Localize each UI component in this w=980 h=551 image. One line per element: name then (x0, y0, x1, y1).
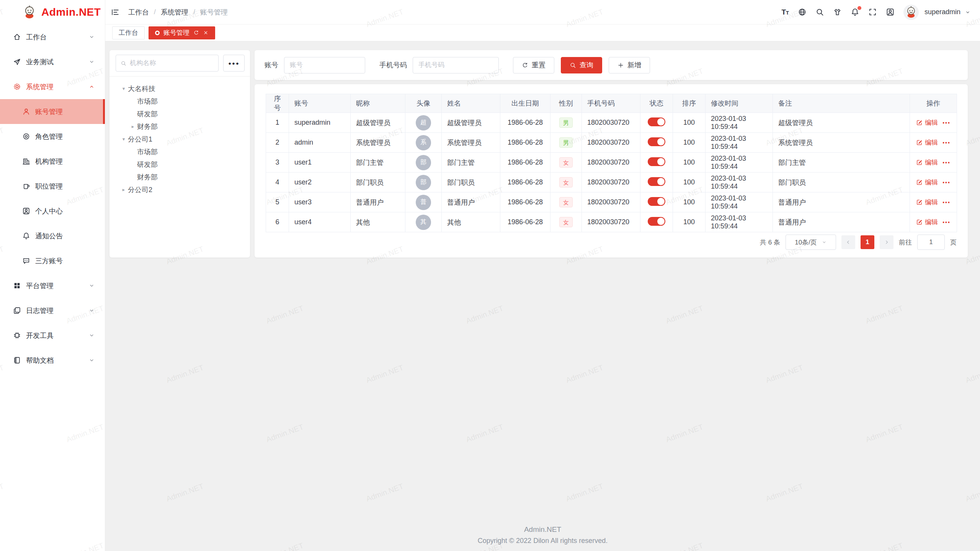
status-toggle[interactable] (648, 217, 665, 226)
cell-account: user2 (289, 173, 351, 192)
edit-button[interactable]: 编辑 (916, 158, 938, 167)
sidebar-item-personal-center[interactable]: 个人中心 (0, 199, 105, 223)
cell-phone: 18020030720 (582, 133, 640, 153)
current-page[interactable]: 1 (861, 235, 874, 249)
sidebar-item-notice[interactable]: 通知公告 (0, 223, 105, 248)
sidebar-item-account-mgmt[interactable]: 账号管理 (0, 99, 105, 124)
sidebar-item-position-mgmt[interactable]: 职位管理 (0, 174, 105, 199)
breadcrumb-item-0[interactable]: 工作台 (128, 8, 149, 17)
tree-node-3[interactable]: ▸财务部 (109, 120, 250, 133)
sidebar-item-workbench[interactable]: 工作台 (0, 24, 105, 49)
user-avatar[interactable] (903, 5, 919, 20)
cell-birthdate: 1986-06-28 (500, 192, 550, 212)
more-actions-button[interactable]: ••• (942, 199, 951, 205)
sidebar-item-role-mgmt[interactable]: 角色管理 (0, 124, 105, 149)
more-actions-button[interactable]: ••• (942, 179, 951, 186)
goto-page-input[interactable] (917, 235, 945, 250)
chevron-down-icon (88, 282, 95, 289)
more-actions-button[interactable]: ••• (942, 160, 951, 166)
theme-icon[interactable] (833, 8, 842, 16)
status-toggle[interactable] (648, 117, 665, 126)
sidebar-item-platform-mgmt[interactable]: 平台管理 (0, 273, 105, 298)
reset-button[interactable]: 重置 (513, 57, 554, 73)
logo-text: Admin.NET (41, 6, 101, 18)
org-more-button[interactable]: ●●● (223, 55, 245, 72)
status-toggle[interactable] (648, 157, 665, 166)
cell-account: admin (289, 133, 351, 153)
cell-status (640, 192, 673, 212)
tree-node-0[interactable]: ▾大名科技 (109, 82, 250, 95)
prev-page-button[interactable] (841, 235, 855, 249)
profile-icon[interactable] (886, 8, 895, 16)
org-search-input[interactable] (130, 59, 214, 67)
fullscreen-icon[interactable] (868, 8, 877, 16)
breadcrumb-item-1[interactable]: 系统管理 (161, 8, 188, 17)
cell-name: 普通用户 (442, 192, 500, 212)
edit-button[interactable]: 编辑 (916, 218, 938, 227)
sidebar-item-org-mgmt[interactable]: 机构管理 (0, 149, 105, 174)
sidebar-item-dev-tools[interactable]: 开发工具 (0, 323, 105, 348)
caret-right-icon[interactable]: ▸ (119, 187, 128, 192)
phone-label: 手机号码 (379, 60, 407, 70)
page-unit-label: 页 (950, 238, 957, 247)
font-size-icon[interactable]: TT (781, 8, 789, 16)
notification-icon[interactable] (851, 8, 859, 16)
search-icon[interactable] (815, 8, 824, 16)
cell-nickname: 其他 (351, 212, 405, 232)
caret-right-icon[interactable]: ▸ (129, 124, 137, 129)
org-search-row: ●●● (109, 50, 250, 77)
tree-node-label: 财务部 (137, 122, 158, 131)
status-toggle[interactable] (648, 177, 665, 186)
tree-node-label: 分公司2 (128, 185, 152, 194)
tree-node-4[interactable]: ▾分公司1 (109, 133, 250, 145)
sidebar-item-label: 三方账号 (35, 256, 95, 266)
caret-down-icon[interactable]: ▾ (119, 86, 128, 91)
tree-node-5[interactable]: 市场部 (109, 145, 250, 158)
edit-button[interactable]: 编辑 (916, 178, 938, 187)
more-actions-button[interactable]: ••• (942, 140, 951, 146)
more-actions-button[interactable]: ••• (942, 120, 951, 126)
tab-workbench[interactable]: 工作台 (112, 26, 145, 39)
sidebar-item-business-test[interactable]: 业务测试 (0, 49, 105, 74)
add-button[interactable]: 新增 (609, 57, 650, 73)
status-toggle[interactable] (648, 137, 665, 146)
page-size-select[interactable]: 10条/页 (786, 235, 836, 250)
more-actions-button[interactable]: ••• (942, 219, 951, 225)
next-page-button[interactable] (880, 235, 893, 249)
phone-input[interactable] (413, 57, 499, 73)
tree-node-6[interactable]: 研发部 (109, 158, 250, 171)
cell-phone: 18020030720 (582, 212, 640, 232)
language-icon[interactable] (798, 8, 807, 16)
edit-button[interactable]: 编辑 (916, 118, 938, 127)
tab-account-mgmt[interactable]: 账号管理 (149, 26, 215, 39)
org-search-box[interactable] (116, 55, 219, 72)
sidebar-item-help-docs[interactable]: 帮助文档 (0, 348, 105, 373)
footer-copyright: Copyright © 2022 Dilon All rights reserv… (105, 537, 980, 545)
chevron-down-icon[interactable] (965, 9, 971, 15)
tree-node-2[interactable]: 研发部 (109, 108, 250, 120)
caret-down-icon[interactable]: ▾ (119, 136, 128, 142)
tree-node-8[interactable]: ▸分公司2 (109, 183, 250, 196)
breadcrumb-separator: / (193, 8, 195, 16)
search-icon (121, 60, 126, 67)
search-button[interactable]: 查询 (561, 57, 602, 73)
edit-button[interactable]: 编辑 (916, 138, 938, 147)
sidebar-item-third-account[interactable]: 三方账号 (0, 248, 105, 273)
cell-remark: 超级管理员 (773, 113, 910, 133)
cell-remark: 系统管理员 (773, 133, 910, 153)
edit-icon (916, 199, 923, 205)
tab-close-icon[interactable] (203, 30, 209, 36)
sidebar-item-log-mgmt[interactable]: 日志管理 (0, 298, 105, 323)
tab-refresh-icon[interactable] (193, 30, 199, 36)
menu-collapse-icon[interactable] (111, 8, 120, 17)
username[interactable]: superadmin (924, 8, 960, 16)
edit-button[interactable]: 编辑 (916, 198, 938, 207)
cell-operations: 编辑••• (910, 133, 957, 153)
account-input[interactable] (284, 57, 365, 73)
role-icon (22, 132, 30, 140)
logo[interactable]: Admin.NET (0, 0, 105, 24)
sidebar-item-system-mgmt[interactable]: 系统管理 (0, 74, 105, 99)
status-toggle[interactable] (648, 197, 665, 206)
tree-node-7[interactable]: 财务部 (109, 171, 250, 183)
tree-node-1[interactable]: 市场部 (109, 95, 250, 108)
